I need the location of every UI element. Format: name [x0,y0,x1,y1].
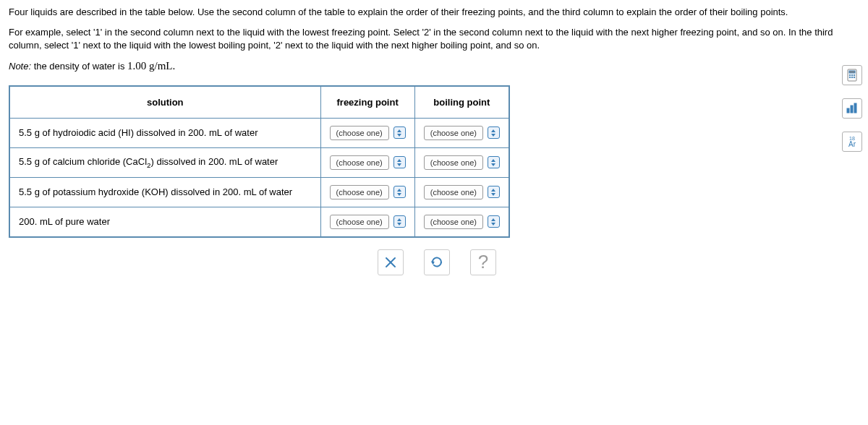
svg-rect-11 [847,108,849,113]
updown-icon [393,215,406,228]
freezing-dropdown[interactable]: (choose one) [330,215,406,229]
instructions-block: Four liquids are described in the table … [9,6,859,53]
dropdown-label: (choose one) [424,215,483,229]
boiling-dropdown[interactable]: (choose one) [424,185,500,199]
instruction-paragraph-1: Four liquids are described in the table … [9,6,859,19]
right-toolbar: 18Ar [842,65,862,152]
boiling-dropdown[interactable]: (choose one) [424,215,500,229]
freezing-cell: (choose one) [320,207,414,237]
boiling-cell: (choose one) [414,118,509,147]
updown-icon [488,215,500,228]
help-button[interactable]: ? [470,249,496,275]
freezing-dropdown[interactable]: (choose one) [330,185,406,199]
dropdown-label: (choose one) [424,126,483,140]
boiling-cell: (choose one) [414,177,509,207]
dropdown-label: (choose one) [330,215,389,229]
updown-icon [488,186,500,198]
solution-cell: 5.5 g of calcium chloride (CaCl2) dissol… [9,147,320,177]
calculator-button[interactable] [842,65,862,85]
solution-cell: 5.5 g of hydroiodic acid (HI) dissolved … [9,118,320,147]
svg-point-6 [851,74,853,76]
help-icon: ? [478,251,488,273]
updown-icon [488,126,500,139]
svg-rect-12 [851,106,853,113]
updown-icon [393,156,406,168]
note-value: 1.00 g/mL. [127,60,175,72]
reset-icon [430,255,444,270]
freezing-cell: (choose one) [320,177,414,207]
table-header-row: solution freezing point boiling point [9,86,509,119]
updown-icon [393,126,406,139]
dropdown-label: (choose one) [330,126,389,140]
freezing-cell: (choose one) [320,118,414,147]
note-text: the density of water is [31,61,127,72]
updown-icon [393,186,406,198]
boiling-dropdown[interactable]: (choose one) [424,126,500,140]
solution-cell: 5.5 g of potassium hydroxide (KOH) disso… [9,177,320,207]
dropdown-label: (choose one) [330,185,389,199]
solution-cell: 200. mL of pure water [9,207,320,237]
action-bar: ? [378,249,859,275]
header-freezing: freezing point [320,86,414,119]
clear-button[interactable] [378,249,404,275]
table-row: 200. mL of pure water (choose one) (choo… [9,207,509,237]
instruction-paragraph-2: For example, select '1' in the second co… [9,26,859,52]
graph-icon [846,103,859,114]
table-row: 5.5 g of potassium hydroxide (KOH) disso… [9,177,509,207]
table-row: 5.5 g of hydroiodic acid (HI) dissolved … [9,118,509,147]
note-prefix: Note: [9,61,31,72]
boiling-cell: (choose one) [414,207,509,237]
header-solution: solution [9,86,320,119]
periodic-table-button[interactable]: 18Ar [842,132,862,152]
svg-point-7 [854,74,855,76]
svg-rect-13 [854,103,856,113]
svg-point-9 [851,77,853,78]
boiling-cell: (choose one) [414,147,509,177]
calculator-icon [846,69,858,82]
svg-point-10 [854,77,855,78]
boiling-dropdown[interactable]: (choose one) [424,155,500,170]
header-boiling: boiling point [414,86,509,119]
periodic-icon: 18Ar [848,136,856,148]
note-line: Note: the density of water is 1.00 g/mL. [9,60,859,72]
x-icon [384,256,397,269]
updown-icon [488,156,500,168]
svg-point-8 [849,77,851,78]
dropdown-label: (choose one) [424,155,483,170]
dropdown-label: (choose one) [424,185,483,199]
table-row: 5.5 g of calcium chloride (CaCl2) dissol… [9,147,509,177]
freezing-cell: (choose one) [320,147,414,177]
freezing-dropdown[interactable]: (choose one) [330,126,406,140]
reset-button[interactable] [424,249,450,275]
svg-rect-4 [849,71,855,73]
solutions-table: solution freezing point boiling point 5.… [9,85,510,238]
dropdown-label: (choose one) [330,155,389,170]
freezing-dropdown[interactable]: (choose one) [330,155,406,170]
graph-button[interactable] [842,98,862,119]
svg-point-5 [849,74,851,76]
